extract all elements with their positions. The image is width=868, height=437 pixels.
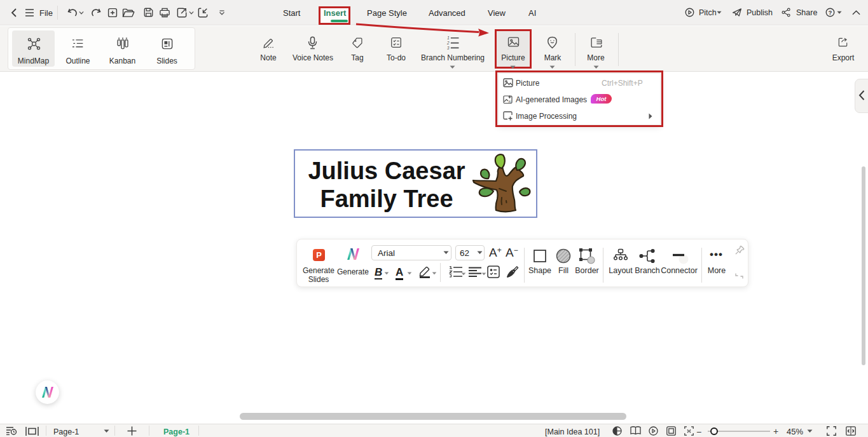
svg-text:AI: AI	[509, 100, 511, 104]
svg-text:2: 2	[446, 41, 450, 45]
svg-text:?: ?	[829, 10, 832, 16]
svg-text:3: 3	[447, 46, 450, 50]
